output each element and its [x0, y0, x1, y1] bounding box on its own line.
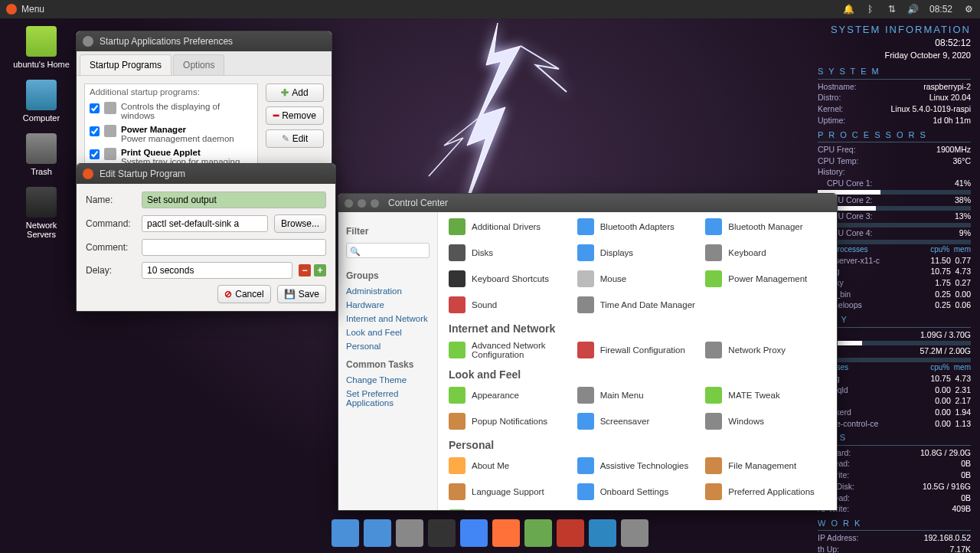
browse-button[interactable]: Browse... [274, 214, 326, 233]
menu-button[interactable]: Menu [6, 4, 44, 15]
cc-item-popup-notifications[interactable]: Popup Notifications [449, 411, 570, 431]
dock-item-terminal[interactable] [428, 519, 456, 547]
maximize-icon[interactable] [371, 199, 379, 208]
notifications-icon[interactable]: 🔔 [844, 4, 854, 15]
bluetooth-icon[interactable]: ᛒ [865, 4, 876, 15]
cancel-button[interactable]: ⊘Cancel [217, 285, 270, 303]
tab-startup-programs[interactable]: Startup Programs [80, 54, 172, 75]
cc-item-icon [577, 483, 594, 500]
desktop-icon-ubuntu-s-home[interactable]: ubuntu's Home [11, 26, 72, 69]
edit-button[interactable]: ✎Edit [266, 129, 324, 148]
sidebar-group[interactable]: Administration [346, 284, 430, 298]
panel-clock[interactable]: 08:52 [929, 4, 952, 15]
titlebar[interactable]: Startup Applications Preferences [77, 31, 332, 51]
sidebar-task[interactable]: Set Preferred Applications [346, 387, 430, 410]
minimize-icon[interactable] [358, 199, 366, 208]
cc-item-onboard-settings[interactable]: Onboard Settings [577, 482, 698, 502]
add-button[interactable]: ✚Add [266, 83, 324, 102]
settings-icon[interactable]: ⚙ [963, 4, 974, 15]
cc-item-additional-drivers[interactable]: Additional Drivers [449, 217, 570, 237]
cc-item-displays[interactable]: Displays [577, 243, 698, 263]
close-dot-icon[interactable] [83, 169, 93, 179]
startup-checkbox[interactable] [90, 126, 100, 136]
cc-item-keyboard-shortcuts[interactable]: Keyboard Shortcuts [449, 269, 570, 289]
tasks-heading: Common Tasks [346, 359, 430, 370]
comment-field[interactable] [142, 239, 326, 256]
cc-item-main-menu[interactable]: Main Menu [577, 385, 698, 405]
desktop-icon-computer[interactable]: Computer [11, 80, 72, 123]
startup-checkbox[interactable] [90, 149, 100, 159]
startup-item[interactable]: Power ManagerPower management daemon [85, 123, 257, 146]
conky-section: W O R K [818, 518, 971, 531]
network-icon[interactable]: ⇅ [887, 4, 897, 15]
dock-item-firefox[interactable] [492, 519, 520, 547]
cc-item-disks[interactable]: Disks [449, 243, 570, 263]
cc-item-bluetooth-adapters[interactable]: Bluetooth Adapters [577, 217, 698, 237]
sidebar-task[interactable]: Change Theme [346, 373, 430, 387]
dock-item-files2[interactable] [524, 519, 552, 547]
cc-item-power-management[interactable]: Power Management [705, 269, 826, 289]
plus-icon[interactable]: + [314, 264, 326, 276]
command-field[interactable] [142, 215, 268, 232]
comment-label: Comment: [86, 242, 136, 253]
cc-item-preferred-applications[interactable]: Preferred Applications [705, 482, 826, 502]
conky-row: /O Write:0B [818, 470, 971, 481]
desktop-icon-network-servers[interactable]: Network Servers [11, 187, 72, 239]
cc-item-label: Power Management [728, 274, 807, 283]
dock-item-clock[interactable] [396, 519, 423, 547]
startup-item-desc: Controls the displaying of windows [121, 102, 220, 120]
desktop-icon-trash[interactable]: Trash [11, 133, 72, 176]
cc-item-label: Windows [728, 417, 764, 426]
cc-item-label: Bluetooth Adapters [600, 222, 675, 231]
cc-item-label: MATE Tweak [728, 391, 779, 400]
delay-field[interactable]: 10 seconds [142, 262, 292, 279]
dock-item-browser[interactable] [364, 519, 391, 547]
dock-item-chrome[interactable] [460, 519, 488, 547]
app-icon [104, 125, 116, 137]
cc-item-time-and-date-manager[interactable]: Time And Date Manager [577, 295, 698, 315]
startup-item[interactable]: Controls the displaying of windows [85, 100, 257, 123]
sidebar-group[interactable]: Personal [346, 339, 430, 353]
cc-item-firewall-configuration[interactable]: Firewall Configuration [577, 339, 698, 361]
cc-item-icon [705, 387, 722, 404]
titlebar[interactable]: Edit Startup Program [77, 164, 335, 184]
save-button[interactable]: 💾Save [277, 285, 326, 303]
cc-item-about-me[interactable]: About Me [449, 456, 570, 476]
cc-content[interactable]: Additional Drivers Bluetooth Adapters Bl… [438, 212, 837, 510]
tab-options[interactable]: Options [173, 54, 224, 75]
cc-item-advanced-network-configuration[interactable]: Advanced Network Configuration [449, 339, 570, 361]
conky-row: /O Read:0B [818, 492, 971, 504]
cc-item-windows[interactable]: Windows [705, 411, 826, 431]
name-field[interactable] [142, 191, 326, 208]
sidebar-group[interactable]: Hardware [346, 298, 430, 312]
dock-item-files[interactable] [332, 519, 359, 547]
startup-checkbox[interactable] [90, 103, 100, 113]
titlebar[interactable]: Control Center [338, 194, 837, 212]
sidebar-group[interactable]: Internet and Network [346, 312, 430, 326]
cc-item-network-proxy[interactable]: Network Proxy [705, 339, 826, 361]
cc-item-label: Mouse [600, 274, 627, 283]
cc-item-startup-applications[interactable]: Startup Applications [449, 508, 570, 510]
cc-item-mate-tweak[interactable]: MATE Tweak [705, 385, 826, 405]
cc-item-mouse[interactable]: Mouse [577, 269, 698, 289]
cc-item-assistive-technologies[interactable]: Assistive Technologies [577, 456, 698, 476]
remove-button[interactable]: ━Remove [266, 106, 324, 125]
close-icon[interactable] [345, 199, 353, 208]
cc-item-file-management[interactable]: File Management [705, 456, 826, 476]
sidebar-group[interactable]: Look and Feel [346, 326, 430, 339]
cc-item-language-support[interactable]: Language Support [449, 482, 570, 502]
conky-row: Hostname:raspberrypi-2 [818, 81, 971, 93]
dock-item-software[interactable] [557, 519, 584, 547]
cc-item-bluetooth-manager[interactable]: Bluetooth Manager [705, 217, 826, 237]
dock-item-vnc[interactable] [589, 519, 616, 547]
volume-icon[interactable]: 🔊 [908, 4, 919, 15]
delay-stepper[interactable]: − + [299, 264, 326, 276]
minus-icon[interactable]: − [299, 264, 311, 276]
cc-item-sound[interactable]: Sound [449, 295, 570, 315]
dock-item-settings[interactable] [621, 519, 648, 547]
cc-item-appearance[interactable]: Appearance [449, 385, 570, 405]
conky-row: Distro:Linux 20.04 [818, 92, 971, 103]
cc-item-keyboard[interactable]: Keyboard [705, 243, 826, 263]
cc-item-screensaver[interactable]: Screensaver [577, 411, 698, 431]
cc-item-icon [705, 270, 722, 287]
